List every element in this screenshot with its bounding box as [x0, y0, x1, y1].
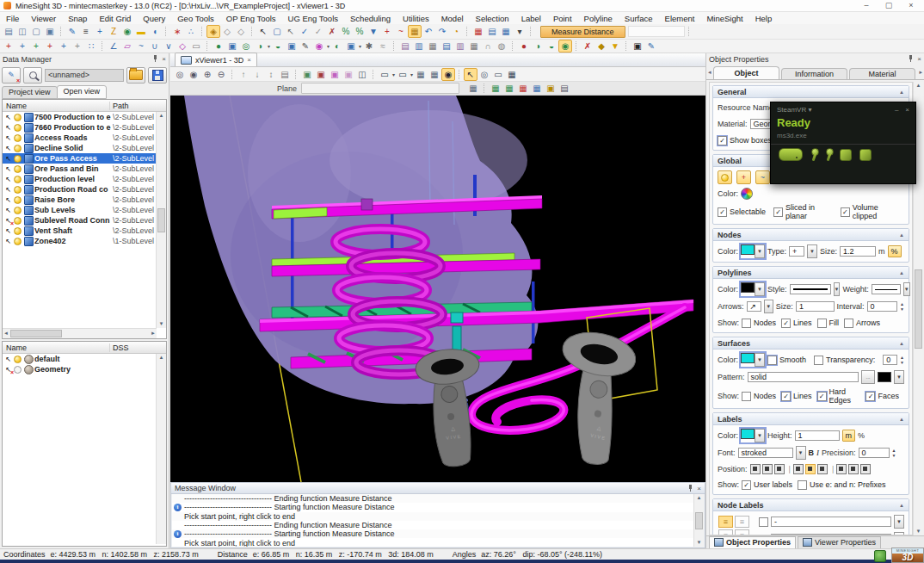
- maximize-button[interactable]: ▢: [878, 0, 900, 11]
- viewer-grid-icon[interactable]: ▦: [414, 68, 428, 81]
- transparency-input[interactable]: 0: [883, 355, 897, 365]
- menu-op-eng-tools[interactable]: OP Eng Tools: [220, 14, 282, 23]
- filter-icon[interactable]: ▼: [367, 25, 380, 38]
- position-option-1-icon[interactable]: [750, 464, 761, 474]
- vr-box-icon[interactable]: ▣: [631, 40, 644, 53]
- search-button[interactable]: [23, 67, 42, 84]
- hard-edges-checkbox[interactable]: Hard Edges: [817, 387, 861, 405]
- selectable-checkbox[interactable]: Selectable: [718, 207, 766, 217]
- nodes-checkbox[interactable]: Nodes: [742, 319, 776, 328]
- plane-select-icon[interactable]: ▦: [466, 82, 480, 95]
- layers-icon[interactable]: ≈: [376, 40, 390, 53]
- sliced-in-planar-checkbox[interactable]: Sliced in planar: [773, 203, 833, 220]
- menu-snap[interactable]: Snap: [62, 14, 93, 23]
- chevron-down-icon[interactable]: ▼: [764, 300, 773, 313]
- base-station-icon[interactable]: [859, 149, 872, 161]
- globe-cut-icon[interactable]: ◑: [531, 40, 545, 53]
- position-option-7-icon[interactable]: [836, 464, 847, 474]
- position-option-6-icon[interactable]: [817, 464, 828, 474]
- table-new-icon[interactable]: ▦: [489, 82, 502, 95]
- accept-icon[interactable]: ✓: [298, 25, 311, 38]
- layout-option-icon[interactable]: ≡: [718, 529, 733, 535]
- solid-rotate-icon-dropdown[interactable]: ▾: [268, 43, 270, 49]
- collapse-icon[interactable]: ▲: [899, 417, 904, 422]
- controller-icon[interactable]: [825, 148, 832, 161]
- zoom-out-icon[interactable]: ⊖: [214, 68, 228, 81]
- tree-row-ore-pass-access[interactable]: ↖Ore Pass Access\2-SubLevel Sto: [3, 153, 166, 164]
- copy-cell-icon[interactable]: ▦: [426, 40, 440, 53]
- tree-row-ore-pass-and-bin[interactable]: ↖Ore Pass and Bin\2-SubLevel Sto: [3, 164, 166, 174]
- tab-material[interactable]: Material: [849, 68, 915, 79]
- undo-icon[interactable]: ↶: [422, 25, 435, 38]
- move-node2-icon[interactable]: +: [15, 40, 29, 53]
- visibility-bulb-icon[interactable]: [13, 227, 22, 235]
- collapse-icon[interactable]: ▲: [899, 341, 904, 346]
- polygon-new-icon[interactable]: ▱: [120, 40, 134, 53]
- material-row-default[interactable]: ↖default: [3, 354, 166, 364]
- labels-meters-button[interactable]: m: [842, 430, 856, 442]
- visibility-bulb-icon[interactable]: [13, 186, 22, 194]
- close-button[interactable]: ×: [900, 0, 922, 11]
- stylus-icon[interactable]: ✎: [644, 40, 658, 53]
- polylines-weight-combo[interactable]: [872, 284, 901, 294]
- node-path-icon[interactable]: ~: [394, 25, 408, 38]
- solid-stack-icon[interactable]: ▣: [285, 40, 299, 53]
- tab-viewer-properties[interactable]: Viewer Properties: [798, 536, 881, 549]
- save-button[interactable]: [148, 67, 167, 84]
- orientation-cursor-icon[interactable]: ↖: [464, 68, 477, 81]
- volume-clipped-checkbox[interactable]: Volume clipped: [841, 203, 899, 220]
- chevron-down-icon[interactable]: ▼: [903, 282, 910, 296]
- nodes-size-input[interactable]: 1.2: [840, 246, 876, 257]
- close-icon[interactable]: ×: [162, 55, 166, 63]
- visibility-bulb-icon[interactable]: [13, 238, 22, 245]
- pin-icon[interactable]: [908, 55, 914, 62]
- spinner[interactable]: ▲▼: [892, 449, 896, 458]
- copy-window-icon[interactable]: ▣: [43, 25, 57, 38]
- tree-row-zone402[interactable]: ↖Zone402\1-SubLevel Sto: [3, 236, 166, 246]
- close-icon[interactable]: ×: [247, 56, 251, 64]
- object-list-vscrollbar[interactable]: ▲▼: [156, 112, 166, 328]
- collapse-icon[interactable]: ▲: [899, 90, 904, 95]
- visibility-bulb-icon[interactable]: [13, 207, 22, 214]
- labels-color-combo[interactable]: ▼: [741, 429, 765, 442]
- tree-row-7660-production-to-e[interactable]: ↖7660 Production to e\2-SubLevel Sto: [3, 122, 166, 133]
- position-option-8-icon[interactable]: [848, 464, 859, 474]
- viewer-monitor2-icon-dropdown[interactable]: ▾: [410, 71, 413, 77]
- percent-down-icon[interactable]: %: [353, 25, 367, 38]
- menu-geo-tools[interactable]: Geo Tools: [171, 14, 220, 23]
- tab-information[interactable]: Information: [781, 68, 847, 79]
- spinner[interactable]: ▲▼: [900, 302, 904, 312]
- selection-grid-icon[interactable]: ▦: [408, 25, 422, 38]
- table-off-icon[interactable]: ▦: [516, 82, 530, 95]
- labels-height-input[interactable]: 1: [795, 430, 840, 441]
- nodes-type-combo[interactable]: +: [789, 246, 804, 257]
- pick-element-icon[interactable]: +: [380, 25, 394, 38]
- table-dropdown[interactable]: ▾: [513, 25, 527, 38]
- pin-add-icon[interactable]: +: [93, 25, 107, 38]
- faces-checkbox[interactable]: Faces: [865, 387, 899, 405]
- point-edit-icon[interactable]: ∴: [184, 25, 198, 38]
- viewer-screen-icon[interactable]: ▭: [491, 68, 505, 81]
- menu-label[interactable]: Label: [515, 14, 547, 23]
- split-icon[interactable]: ▦: [467, 40, 481, 53]
- visibility-bulb-icon[interactable]: [13, 217, 22, 225]
- controller-icon[interactable]: [810, 148, 817, 161]
- tab-object-properties[interactable]: Object Properties: [709, 536, 796, 549]
- menu-help[interactable]: Help: [749, 14, 779, 23]
- layout-option-icon[interactable]: ≡: [735, 529, 749, 535]
- snapshot-gold-icon[interactable]: ▣: [544, 82, 557, 95]
- paste-icon[interactable]: ▤: [398, 40, 412, 53]
- message-log[interactable]: ---------------------------------- Endin…: [172, 494, 694, 547]
- history-icon[interactable]: ◔: [449, 25, 463, 38]
- viewer-copy-icon[interactable]: ◫: [355, 68, 369, 81]
- gear-icon[interactable]: ✱: [362, 40, 376, 53]
- arrows-checkbox[interactable]: Arrows: [844, 319, 880, 328]
- nodes-toggle[interactable]: +: [736, 170, 751, 184]
- plane-step-icon[interactable]: ↕: [264, 68, 278, 81]
- position-option-9-icon[interactable]: [860, 464, 871, 474]
- node-label-1-checkbox[interactable]: [759, 517, 768, 527]
- column-name[interactable]: Name: [3, 343, 110, 352]
- materials-vscrollbar[interactable]: ▲: [156, 354, 166, 544]
- tree-row-7500-production-to-e[interactable]: ↖7500 Production to e\2-SubLevel Sto: [3, 112, 166, 122]
- chevron-down-icon[interactable]: ▼: [834, 282, 841, 296]
